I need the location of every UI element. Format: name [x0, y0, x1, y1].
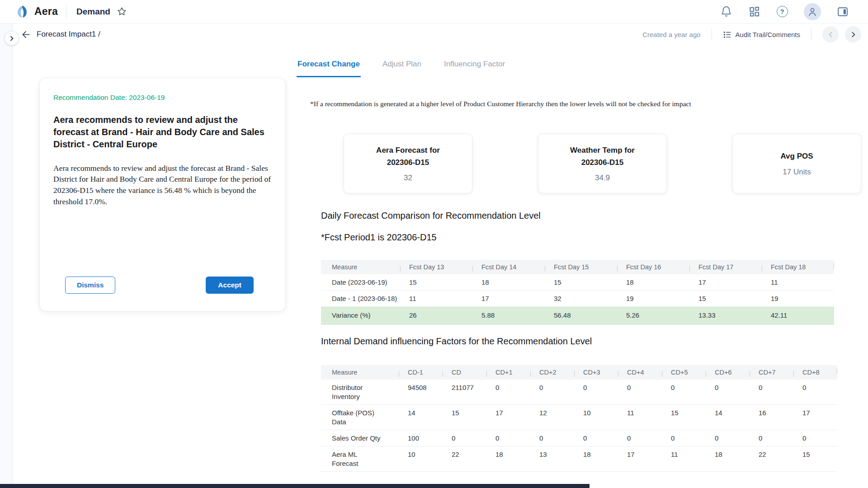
row-label: Distributor Inventory	[321, 383, 399, 401]
table-cell: 10	[399, 450, 443, 459]
table-header-row: MeasureCD-1CDCD+1CD+2CD+3CD+4CD+5CD+6CD+…	[321, 365, 837, 380]
table-cell: 17	[793, 408, 837, 418]
help-glyph: ?	[777, 6, 788, 17]
column-header: Fcst Day 13	[400, 263, 472, 272]
table-cell: 0	[750, 434, 793, 443]
sidebar-expand-button[interactable]	[5, 32, 19, 45]
table-cell: 13.33	[689, 311, 762, 320]
table-cell: 17	[486, 408, 530, 418]
row-label: Offtake (POS) Data	[321, 408, 399, 427]
bottom-edge-bar	[0, 484, 590, 488]
table-cell: 211077	[443, 383, 486, 392]
table-cell: 15	[443, 408, 486, 418]
table-row: Date (2023-06-19)151815181711	[321, 274, 834, 291]
column-header: CD+6	[706, 368, 750, 377]
stat-card-title: Weather Temp for202306-D15	[570, 145, 635, 169]
table-cell: 100	[399, 434, 443, 443]
aera-logo-icon	[15, 5, 30, 19]
hierarchy-note: *If a recommendation is generated at a h…	[310, 100, 691, 108]
stat-card-title: Avg POS	[780, 150, 813, 162]
user-icon[interactable]	[804, 3, 821, 20]
table-cell: 5.88	[472, 311, 545, 320]
back-arrow-icon[interactable]	[21, 29, 31, 40]
help-icon[interactable]: ?	[776, 5, 788, 18]
row-label: Variance (%)	[321, 311, 400, 320]
topbar-divider	[66, 5, 66, 19]
table-cell: 0	[443, 434, 486, 443]
divider	[811, 29, 811, 40]
table-cell: 19	[762, 294, 834, 303]
apps-grid-icon[interactable]	[748, 5, 760, 18]
recommendation-card: Recommendation Date: 2023-06-19 Aera rec…	[39, 78, 286, 311]
table-cell: 17	[472, 294, 545, 303]
stat-card-value: 17 Units	[783, 168, 811, 177]
column-header: CD+4	[618, 368, 662, 377]
previous-record-button[interactable]	[822, 26, 839, 42]
table-cell: 15	[689, 294, 762, 303]
table-cell: 0	[486, 383, 530, 392]
section-title-influencing-factors: Internal Demand influencing Factors for …	[321, 336, 592, 347]
stat-card-title-line: Weather Temp for	[570, 145, 635, 156]
table-cell: 56.48	[545, 311, 617, 320]
bell-icon[interactable]	[720, 5, 732, 18]
tab-forecast-change[interactable]: Forecast Change	[297, 60, 361, 77]
stat-card: Avg POS17 Units	[732, 134, 861, 193]
stat-card-title-line: Avg POS	[780, 150, 813, 162]
column-header: CD	[443, 368, 486, 377]
table-cell: 11	[662, 450, 706, 459]
top-bar: Aera Demand	[0, 0, 868, 23]
accept-button[interactable]: Accept	[206, 277, 254, 294]
table-cell: 15	[545, 278, 617, 287]
app-window: Aera Demand	[0, 0, 868, 488]
stat-card-title-line: 202306-D15	[570, 157, 635, 169]
tab-influencing-factor[interactable]: Influencing Factor	[443, 60, 506, 77]
table-cell: 0	[793, 434, 837, 443]
table-row: Variance (%)265.8856.485.2613.3342.11	[321, 307, 834, 325]
table-cell: 10	[574, 408, 618, 418]
audit-trail-button[interactable]: Audit Trail/Comments	[723, 30, 800, 39]
page-title: Demand	[76, 7, 110, 17]
table-cell: 32	[545, 294, 617, 303]
stat-card-title-line: Aera Forecast for	[376, 145, 440, 156]
table-cell: 0	[530, 383, 574, 392]
table-cell: 18	[617, 278, 689, 287]
table-cell: 22	[443, 450, 486, 459]
audit-trail-label: Audit Trail/Comments	[736, 31, 800, 38]
daily-forecast-table: MeasureFcst Day 13Fcst Day 14Fcst Day 15…	[321, 260, 834, 325]
stat-card-value: 32	[404, 174, 412, 183]
table-cell: 0	[486, 434, 530, 443]
row-label: Date (2023-06-19)	[321, 278, 400, 287]
dismiss-button[interactable]: Dismiss	[65, 277, 115, 294]
fcst-period-note: *Fcst Period1 is 202306-D15	[321, 232, 437, 243]
table-cell: 18	[486, 450, 530, 459]
detail-tabs: Forecast ChangeAdjust PlanInfluencing Fa…	[297, 60, 506, 77]
table-cell: 15	[662, 408, 706, 418]
table-cell: 0	[662, 434, 706, 443]
influencing-factors-table: MeasureCD-1CDCD+1CD+2CD+3CD+4CD+5CD+6CD+…	[321, 365, 837, 472]
brand-name: Aera	[34, 5, 58, 18]
brand[interactable]: Aera	[15, 5, 58, 19]
table-cell: 15	[793, 450, 837, 459]
divider	[712, 29, 712, 40]
column-header: CD-1	[399, 368, 443, 377]
stat-card-title: Aera Forecast for202306-D15	[376, 145, 440, 169]
tab-adjust-plan[interactable]: Adjust Plan	[382, 60, 422, 77]
column-header: Fcst Day 17	[689, 263, 762, 272]
column-header: Fcst Day 14	[472, 263, 545, 272]
stat-card-value: 34.9	[595, 174, 610, 183]
stat-card-title-line: 202306-D15	[376, 157, 440, 169]
created-timestamp: Created a year ago	[642, 31, 700, 38]
table-cell: 0	[574, 383, 618, 392]
column-header: Fcst Day 16	[617, 263, 689, 272]
table-cell: 14	[706, 408, 750, 418]
table-cell: 15	[400, 278, 472, 287]
table-cell: 12	[530, 408, 574, 418]
table-row: Sales Order Qty100000000000	[321, 430, 837, 446]
table-cell: 0	[530, 434, 574, 443]
stat-card-row: Aera Forecast for202306-D1532Weather Tem…	[344, 134, 861, 193]
panel-toggle-icon[interactable]	[836, 5, 849, 18]
star-icon[interactable]	[117, 6, 127, 17]
column-header: CD+8	[793, 368, 837, 377]
next-record-button[interactable]	[845, 26, 861, 42]
row-label: Date - 1 (2023-06-18)	[321, 294, 400, 303]
